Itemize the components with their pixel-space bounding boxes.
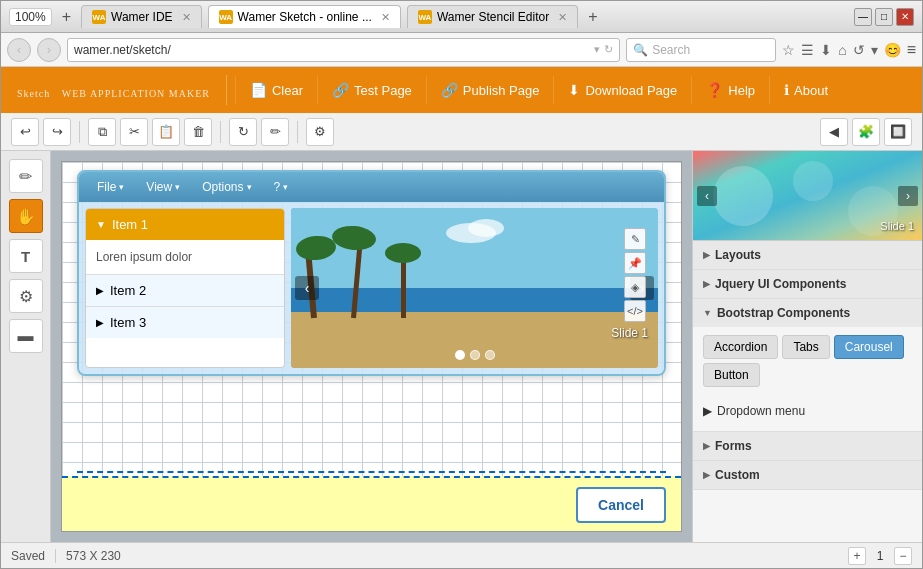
widget-help-menu[interactable]: ? ▾	[264, 176, 299, 198]
zoom-out-button[interactable]: −	[894, 547, 912, 565]
new-tab-button[interactable]: +	[58, 8, 75, 26]
tab-close-1[interactable]: ✕	[182, 11, 191, 24]
hand-tool[interactable]: ✋	[9, 199, 43, 233]
user-icon[interactable]: 😊	[884, 42, 901, 58]
home-icon[interactable]: ⌂	[838, 42, 846, 58]
about-button[interactable]: ℹ About	[769, 76, 842, 104]
dropdown-icon[interactable]: ▾	[871, 42, 878, 58]
accordion-item-btn[interactable]: Accordion	[703, 335, 778, 359]
refresh-button[interactable]: ↻	[229, 118, 257, 146]
reader-icon[interactable]: ☰	[801, 42, 814, 58]
help-button[interactable]: ❓ Help	[691, 76, 769, 104]
accordion-header-2[interactable]: ▶ Item 2	[86, 275, 284, 306]
widget-code-icon[interactable]: </>	[624, 300, 646, 322]
help-icon: ❓	[706, 82, 723, 98]
bootstrap-header[interactable]: ▼ Bootstrap Components	[693, 299, 922, 327]
arrow-left-button[interactable]: ◀	[820, 118, 848, 146]
forms-header[interactable]: ▶ Forms	[693, 432, 922, 460]
layouts-header[interactable]: ▶ Layouts	[693, 241, 922, 269]
widget-options-menu[interactable]: Options ▾	[192, 176, 261, 198]
gear-tool[interactable]: ⚙	[9, 279, 43, 313]
accordion-header-1[interactable]: ▼ Item 1	[86, 209, 284, 240]
text-tool[interactable]: T	[9, 239, 43, 273]
carousel-dot-2[interactable]	[470, 350, 480, 360]
panel-section-custom: ▶ Custom	[693, 461, 922, 490]
carousel-item-btn[interactable]: Carousel	[834, 335, 904, 359]
canvas-area: File ▾ View ▾ Options ▾	[51, 151, 692, 542]
grid-button[interactable]: 🔲	[884, 118, 912, 146]
zoom-in-button[interactable]: +	[848, 547, 866, 565]
dropdown-header[interactable]: ▶ Dropdown menu	[703, 399, 912, 423]
right-carousel-prev-button[interactable]: ‹	[697, 186, 717, 206]
edit-button[interactable]: ✏	[261, 118, 289, 146]
carousel-prev-button[interactable]: ‹	[295, 276, 319, 300]
widget-pin-icon[interactable]: 📌	[624, 252, 646, 274]
minimize-button[interactable]: —	[854, 8, 872, 26]
test-page-button[interactable]: 🔗 Test Page	[317, 76, 426, 104]
grid-icon: 🔲	[890, 124, 906, 139]
window-controls: — □ ✕	[854, 8, 914, 26]
paste-icon: 📋	[158, 124, 174, 139]
title-bar: 100% + WA Wamer IDE ✕ WA Wamer Sketch - …	[1, 1, 922, 33]
button-item-btn[interactable]: Button	[703, 363, 760, 387]
clear-button[interactable]: 📄 Clear	[235, 76, 317, 104]
carousel-dot-1[interactable]	[455, 350, 465, 360]
maximize-button[interactable]: □	[875, 8, 893, 26]
download-icon[interactable]: ⬇	[820, 42, 832, 58]
delete-icon: 🗑	[192, 124, 205, 139]
accordion-panel: ▼ Item 1 Loren ipsum dolor ▶	[85, 208, 285, 368]
back-button[interactable]: ‹	[7, 38, 31, 62]
publish-page-button[interactable]: 🔗 Publish Page	[426, 76, 554, 104]
new-tab-button-2[interactable]: +	[584, 8, 601, 26]
layout-tool[interactable]: ▬	[9, 319, 43, 353]
forms-arrow: ▶	[703, 441, 710, 451]
hamburger-menu[interactable]: ≡	[907, 41, 916, 59]
panel-section-layouts: ▶ Layouts	[693, 241, 922, 270]
address-refresh-icon[interactable]: ↻	[604, 43, 613, 56]
widget-view-menu[interactable]: View ▾	[136, 176, 190, 198]
yellow-action-bar: Cancel	[62, 476, 681, 531]
pencil-tool[interactable]: ✏	[9, 159, 43, 193]
panel-section-bootstrap: ▼ Bootstrap Components Accordion Tabs Ca…	[693, 299, 922, 432]
cut-button[interactable]: ✂	[120, 118, 148, 146]
bootstrap-arrow: ▼	[703, 308, 712, 318]
delete-button[interactable]: 🗑	[184, 118, 212, 146]
tab-close-2[interactable]: ✕	[381, 11, 390, 24]
copy-button[interactable]: ⧉	[88, 118, 116, 146]
widget-link-icon[interactable]: ◈	[624, 276, 646, 298]
right-carousel-next-button[interactable]: ›	[898, 186, 918, 206]
redo-button[interactable]: ↪	[43, 118, 71, 146]
address-dropdown-icon[interactable]: ▾	[594, 43, 600, 56]
sync-icon[interactable]: ↺	[853, 42, 865, 58]
settings-button[interactable]: ⚙	[306, 118, 334, 146]
address-bar[interactable]: wamer.net/sketch/ ▾ ↻	[67, 38, 620, 62]
tab-wamer-ide[interactable]: WA Wamer IDE ✕	[81, 5, 202, 28]
puzzle-button[interactable]: 🧩	[852, 118, 880, 146]
paste-button[interactable]: 📋	[152, 118, 180, 146]
widget-edit-icon[interactable]: ✎	[624, 228, 646, 250]
tab-wamer-stencil[interactable]: WA Wamer Stencil Editor ✕	[407, 5, 578, 28]
address-icons: ▾ ↻	[594, 43, 613, 56]
carousel-dot-3[interactable]	[485, 350, 495, 360]
widget-file-menu[interactable]: File ▾	[87, 176, 134, 198]
undo-button[interactable]: ↩	[11, 118, 39, 146]
forward-button[interactable]: ›	[37, 38, 61, 62]
edit-toolbar: ↩ ↪ ⧉ ✂ 📋 🗑 ↻ ✏ ⚙ ◀ 🧩 🔲	[1, 113, 922, 151]
gear-icon: ⚙	[19, 287, 33, 306]
cancel-button[interactable]: Cancel	[576, 487, 666, 523]
tab-favicon-1: WA	[92, 10, 106, 24]
search-bar[interactable]: 🔍 Search	[626, 38, 776, 62]
download-page-button[interactable]: ⬇ Download Page	[553, 76, 691, 104]
text-icon: T	[21, 248, 30, 265]
tabs-item-btn[interactable]: Tabs	[782, 335, 829, 359]
settings-icon: ⚙	[314, 124, 326, 139]
accordion-arrow-1: ▼	[96, 219, 106, 230]
bookmark-icon[interactable]: ☆	[782, 42, 795, 58]
nav-icons: ☆ ☰ ⬇ ⌂ ↺ ▾ 😊	[782, 42, 900, 58]
tab-wamer-sketch[interactable]: WA Wamer Sketch - online ... ✕	[208, 5, 401, 28]
tab-close-3[interactable]: ✕	[558, 11, 567, 24]
close-button[interactable]: ✕	[896, 8, 914, 26]
jquery-header[interactable]: ▶ Jquery UI Components	[693, 270, 922, 298]
custom-header[interactable]: ▶ Custom	[693, 461, 922, 489]
accordion-header-3[interactable]: ▶ Item 3	[86, 307, 284, 338]
